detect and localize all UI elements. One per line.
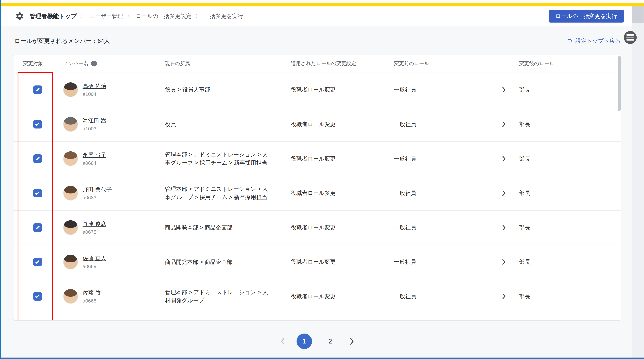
checkmark-icon <box>35 225 40 229</box>
arrow-right-icon <box>501 154 519 163</box>
table-scrollbar-thumb[interactable] <box>618 56 620 111</box>
avatar <box>63 117 78 132</box>
role-after: 部長 <box>519 293 621 300</box>
info-icon[interactable]: i <box>91 60 97 66</box>
row-checkbox[interactable] <box>33 120 42 128</box>
pagination: 1 2 <box>13 334 621 349</box>
member-id: a0684 <box>82 160 106 166</box>
menu-fab-button[interactable] <box>624 31 637 44</box>
applied-role-change-setting: 役職者ロール変更 <box>291 224 394 231</box>
breadcrumb-item-bulk-role-settings[interactable]: ロールの一括変更設定 <box>136 12 192 20</box>
table-body: 高橋 佑治 a1004 役員 > 役員人事部 役職者ロール変更 一般社員 部長 … <box>14 72 621 313</box>
applied-role-change-setting: 役職者ロール変更 <box>291 190 394 197</box>
checkmark-icon <box>35 294 40 298</box>
table-row: 高橋 佑治 a1004 役員 > 役員人事部 役職者ロール変更 一般社員 部長 <box>14 72 621 107</box>
current-affiliation: 商品開発本部 > 商品企画部 <box>165 258 270 266</box>
member-id: a0675 <box>82 229 106 235</box>
current-affiliation: 役員 <box>165 120 270 128</box>
member-cell: 海江田 嵩 a1003 <box>63 117 165 132</box>
role-after: 部長 <box>519 258 621 266</box>
row-checkbox[interactable] <box>33 86 42 94</box>
avatar <box>63 82 78 97</box>
pagination-next-button[interactable] <box>349 337 355 346</box>
column-header-member-name: メンバー名 i <box>63 60 165 67</box>
arrow-right-icon <box>501 292 519 300</box>
browser-scrollbar-track[interactable] <box>632 6 644 358</box>
table-row: 笹津 俊彦 a0675 商品開発本部 > 商品企画部 役職者ロール変更 一般社員… <box>14 210 621 244</box>
pagination-page-2[interactable]: 2 <box>322 334 338 349</box>
window-top-strip <box>0 0 644 3</box>
applied-role-change-setting: 役職者ロール変更 <box>291 258 394 266</box>
page-content: ロールが変更されるメンバー：64人 設定トップへ戻る 変更対象 メンバー名 i … <box>1 26 644 358</box>
checkmark-icon <box>35 190 40 195</box>
role-before: 一般社員 <box>394 86 501 93</box>
member-cell: 永尾 弓子 a0684 <box>63 151 165 166</box>
member-name-link[interactable]: 海江田 嵩 <box>82 117 106 124</box>
checkmark-icon <box>35 156 40 160</box>
row-checkbox[interactable] <box>33 189 42 198</box>
member-table-card: 変更対象 メンバー名 i 現在の所属 適用されたロールの変更設定 変更前のロール… <box>13 54 621 321</box>
member-cell: 佐藤 直人 a0669 <box>63 255 165 269</box>
member-name-link[interactable]: 高橋 佑治 <box>82 82 106 90</box>
table-row: 永尾 弓子 a0684 管理本部 > アドミニストレーション > 人事グループ … <box>14 141 621 176</box>
member-name-link[interactable]: 佐藤 敦 <box>82 289 101 296</box>
applied-role-change-setting: 役職者ロール変更 <box>291 120 394 128</box>
chevron-right-icon: 〉 <box>81 13 86 20</box>
member-id: a1004 <box>82 91 106 97</box>
avatar <box>63 289 78 304</box>
table-row: 佐藤 敦 a0668 管理本部 > アドミニストレーション > 人材開発グループ… <box>14 279 621 313</box>
role-after: 部長 <box>519 190 621 197</box>
current-affiliation: 管理本部 > アドミニストレーション > 人事グループ > 採用チーム > 新卒… <box>165 185 270 201</box>
member-id: a0669 <box>82 264 106 269</box>
row-checkbox[interactable] <box>33 223 42 232</box>
table-row: 佐藤 直人 a0669 商品開発本部 > 商品企画部 役職者ロール変更 一般社員… <box>14 244 621 279</box>
role-after: 部長 <box>519 224 621 231</box>
arrow-right-icon <box>501 189 519 197</box>
column-header-current-affiliation: 現在の所属 <box>165 60 291 67</box>
breadcrumb-item-admin-top[interactable]: 管理者機能トップ <box>30 12 77 20</box>
arrow-right-icon <box>501 258 519 266</box>
arrow-right-icon <box>501 120 519 128</box>
breadcrumb-item-user-management[interactable]: ユーザー管理 <box>90 12 123 20</box>
avatar <box>63 220 78 235</box>
applied-role-change-setting: 役職者ロール変更 <box>291 86 394 93</box>
member-id: a1003 <box>82 126 106 132</box>
row-checkbox[interactable] <box>33 154 42 163</box>
pagination-page-1[interactable]: 1 <box>296 334 312 349</box>
window-top-accent-line <box>0 3 644 6</box>
member-name-link[interactable]: 永尾 弓子 <box>82 151 106 159</box>
gear-icon <box>15 12 24 20</box>
avatar <box>63 151 78 166</box>
role-after: 部長 <box>519 155 621 162</box>
applied-role-change-setting: 役職者ロール変更 <box>291 293 394 300</box>
role-before: 一般社員 <box>394 120 501 128</box>
top-navbar: 管理者機能トップ 〉 ユーザー管理 〉 ロールの一括変更設定 〉 一括変更を実行… <box>1 6 644 26</box>
checkmark-icon <box>35 122 40 126</box>
member-name-link[interactable]: 佐藤 直人 <box>82 255 106 262</box>
browser-scrollbar-thumb[interactable] <box>632 6 644 24</box>
member-count-label: ロールが変更されるメンバー：64人 <box>14 37 110 45</box>
row-checkbox[interactable] <box>33 258 42 266</box>
chevron-right-icon: 〉 <box>127 13 132 20</box>
member-name-link[interactable]: 野田 美代子 <box>82 186 112 193</box>
role-after: 部長 <box>519 120 621 128</box>
member-name-link[interactable]: 笹津 俊彦 <box>82 220 106 228</box>
row-checkbox[interactable] <box>33 292 42 300</box>
column-header-role-after: 変更後のロール <box>519 60 621 67</box>
role-before: 一般社員 <box>394 258 501 266</box>
breadcrumb: 管理者機能トップ 〉 ユーザー管理 〉 ロールの一括変更設定 〉 一括変更を実行 <box>30 12 548 20</box>
member-id: a0668 <box>82 298 101 304</box>
avatar <box>63 186 78 200</box>
execute-bulk-role-change-button[interactable]: ロールの一括変更を実行 <box>548 10 624 22</box>
pagination-prev-button[interactable] <box>280 337 286 346</box>
role-before: 一般社員 <box>394 293 501 300</box>
page-header-row: ロールが変更されるメンバー：64人 設定トップへ戻る <box>1 26 644 45</box>
role-after: 部長 <box>519 86 621 93</box>
column-header-change-target: 変更対象 <box>14 60 63 67</box>
column-header-role-before: 変更前のロール <box>394 60 501 67</box>
arrow-right-icon <box>501 86 519 94</box>
back-to-settings-link[interactable]: 設定トップへ戻る <box>567 37 620 45</box>
window-left-accent <box>0 0 1 359</box>
back-to-settings-label: 設定トップへ戻る <box>576 37 620 45</box>
arrow-right-icon <box>501 224 519 232</box>
